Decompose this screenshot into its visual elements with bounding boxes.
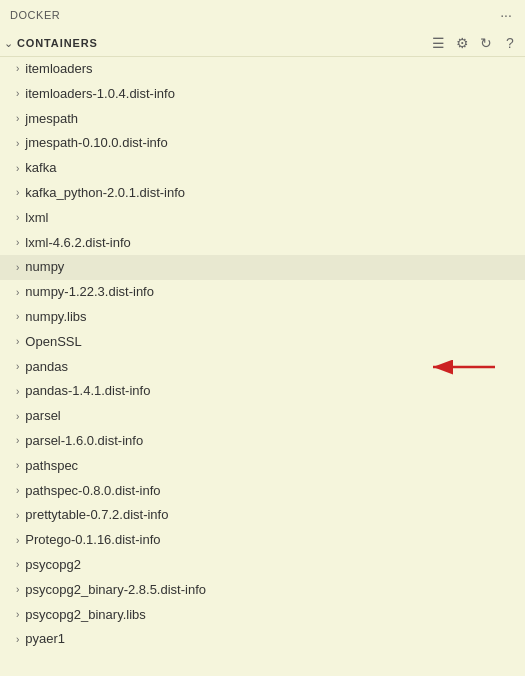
tree-item[interactable]: ›prettytable-0.7.2.dist-info bbox=[0, 503, 525, 528]
chevron-right-icon: › bbox=[16, 185, 19, 201]
tree-item[interactable]: ›psycopg2_binary-2.8.5.dist-info bbox=[0, 578, 525, 603]
help-icon[interactable]: ? bbox=[501, 34, 519, 52]
tree-item[interactable]: ›pathspec bbox=[0, 454, 525, 479]
tree-item[interactable]: ›pandas-1.4.1.dist-info bbox=[0, 379, 525, 404]
tree-item[interactable]: ›pyaer1 bbox=[0, 627, 525, 652]
tree-item[interactable]: ›itemloaders bbox=[0, 57, 525, 82]
tree-item-label: pathspec-0.8.0.dist-info bbox=[25, 481, 160, 502]
tree-item[interactable]: ›pathspec-0.8.0.dist-info bbox=[0, 479, 525, 504]
tree-item[interactable]: ›kafka_python-2.0.1.dist-info bbox=[0, 181, 525, 206]
chevron-right-icon: › bbox=[16, 334, 19, 350]
section-title: CONTAINERS bbox=[17, 37, 98, 49]
tree-item-label: pathspec bbox=[25, 456, 78, 477]
tree-item-label: itemloaders bbox=[25, 59, 92, 80]
chevron-right-icon: › bbox=[16, 458, 19, 474]
tree-item[interactable]: ›pandas bbox=[0, 355, 525, 380]
chevron-right-icon: › bbox=[16, 384, 19, 400]
annotation-arrow bbox=[425, 357, 505, 377]
tree-item[interactable]: ›jmespath-0.10.0.dist-info bbox=[0, 131, 525, 156]
section-icons-group: ☰ ⚙ ↻ ? bbox=[429, 34, 519, 52]
tree-container[interactable]: ›itemloaders›itemloaders-1.0.4.dist-info… bbox=[0, 57, 525, 665]
tree-item-label: psycopg2 bbox=[25, 555, 81, 576]
chevron-right-icon: › bbox=[16, 433, 19, 449]
tree-item-label: lxml-4.6.2.dist-info bbox=[25, 233, 130, 254]
tree-item[interactable]: ›psycopg2 bbox=[0, 553, 525, 578]
refresh-icon[interactable]: ↻ bbox=[477, 34, 495, 52]
tree-item[interactable]: ›parsel bbox=[0, 404, 525, 429]
tree-item[interactable]: ›parsel-1.6.0.dist-info bbox=[0, 429, 525, 454]
tree-item-label: numpy bbox=[25, 257, 64, 278]
tree-item[interactable]: ›OpenSSL bbox=[0, 330, 525, 355]
docker-header: DOCKER ··· bbox=[0, 0, 525, 30]
tree-item[interactable]: ›kafka bbox=[0, 156, 525, 181]
tree-item[interactable]: ›Protego-0.1.16.dist-info bbox=[0, 528, 525, 553]
list-icon[interactable]: ☰ bbox=[429, 34, 447, 52]
tree-item[interactable]: ›numpy.libs bbox=[0, 305, 525, 330]
tree-item[interactable]: ›lxml-4.6.2.dist-info bbox=[0, 231, 525, 256]
chevron-right-icon: › bbox=[16, 61, 19, 77]
docker-title: DOCKER bbox=[10, 9, 60, 21]
tree-item-label: kafka_python-2.0.1.dist-info bbox=[25, 183, 185, 204]
chevron-right-icon: › bbox=[16, 557, 19, 573]
tree-item-label: parsel bbox=[25, 406, 60, 427]
tree-item-label: kafka bbox=[25, 158, 56, 179]
tree-item[interactable]: ›numpy bbox=[0, 255, 525, 280]
header-icons-group: ··· bbox=[497, 6, 515, 24]
section-title-group: ⌄ CONTAINERS bbox=[4, 37, 98, 50]
tree-item-label: pandas-1.4.1.dist-info bbox=[25, 381, 150, 402]
tree-item-label: psycopg2_binary.libs bbox=[25, 605, 145, 626]
chevron-right-icon: › bbox=[16, 235, 19, 251]
more-icon[interactable]: ··· bbox=[497, 6, 515, 24]
chevron-right-icon: › bbox=[16, 86, 19, 102]
tree-item-label: prettytable-0.7.2.dist-info bbox=[25, 505, 168, 526]
chevron-right-icon: › bbox=[16, 260, 19, 276]
chevron-right-icon: › bbox=[16, 508, 19, 524]
tree-item-label: numpy-1.22.3.dist-info bbox=[25, 282, 154, 303]
gear-icon[interactable]: ⚙ bbox=[453, 34, 471, 52]
tree-item[interactable]: ›lxml bbox=[0, 206, 525, 231]
tree-item-label: lxml bbox=[25, 208, 48, 229]
tree-item-label: pandas bbox=[25, 357, 68, 378]
chevron-right-icon: › bbox=[16, 483, 19, 499]
tree-item-label: pyaer1 bbox=[25, 629, 65, 650]
tree-item-label: numpy.libs bbox=[25, 307, 86, 328]
section-chevron-icon: ⌄ bbox=[4, 37, 13, 50]
containers-section-header[interactable]: ⌄ CONTAINERS ☰ ⚙ ↻ ? bbox=[0, 30, 525, 56]
chevron-right-icon: › bbox=[16, 632, 19, 648]
chevron-right-icon: › bbox=[16, 210, 19, 226]
chevron-right-icon: › bbox=[16, 309, 19, 325]
chevron-right-icon: › bbox=[16, 607, 19, 623]
tree-item[interactable]: ›jmespath bbox=[0, 107, 525, 132]
tree-item[interactable]: ›itemloaders-1.0.4.dist-info bbox=[0, 82, 525, 107]
tree-item-label: parsel-1.6.0.dist-info bbox=[25, 431, 143, 452]
tree-item-label: jmespath bbox=[25, 109, 78, 130]
tree-item-label: itemloaders-1.0.4.dist-info bbox=[25, 84, 175, 105]
chevron-right-icon: › bbox=[16, 582, 19, 598]
chevron-right-icon: › bbox=[16, 409, 19, 425]
chevron-right-icon: › bbox=[16, 533, 19, 549]
tree-item-label: OpenSSL bbox=[25, 332, 81, 353]
tree-item-label: Protego-0.1.16.dist-info bbox=[25, 530, 160, 551]
chevron-right-icon: › bbox=[16, 136, 19, 152]
chevron-right-icon: › bbox=[16, 161, 19, 177]
tree-item-label: psycopg2_binary-2.8.5.dist-info bbox=[25, 580, 206, 601]
tree-item[interactable]: ›numpy-1.22.3.dist-info bbox=[0, 280, 525, 305]
tree-item-label: jmespath-0.10.0.dist-info bbox=[25, 133, 167, 154]
tree-item[interactable]: ›psycopg2_binary.libs bbox=[0, 603, 525, 628]
chevron-right-icon: › bbox=[16, 111, 19, 127]
chevron-right-icon: › bbox=[16, 359, 19, 375]
chevron-right-icon: › bbox=[16, 285, 19, 301]
